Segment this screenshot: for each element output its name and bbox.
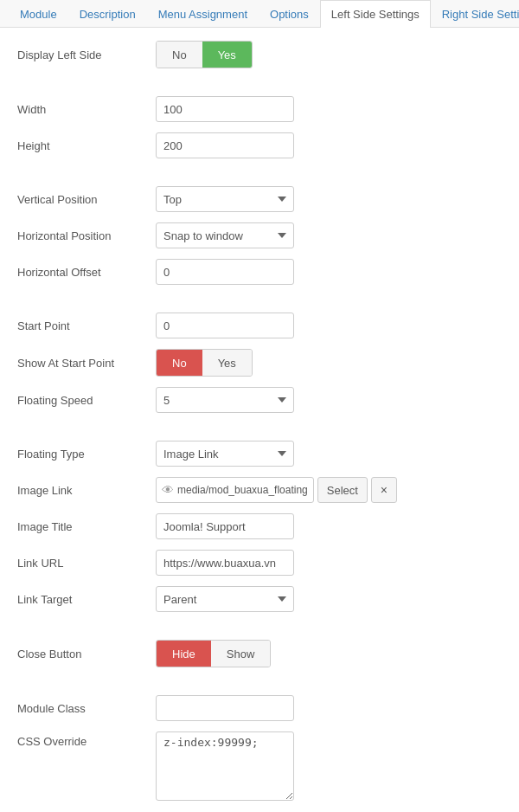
height-input[interactable] — [156, 132, 294, 158]
image-link-row: 👁 media/mod_buaxua_floating Select × — [156, 477, 397, 503]
horizontal-offset-group: Horizontal Offset — [17, 259, 502, 285]
vertical-position-label: Vertical Position — [17, 193, 156, 206]
css-override-textarea[interactable]: z-index:99999; — [156, 731, 294, 801]
start-point-label: Start Point — [17, 319, 156, 332]
module-class-label: Module Class — [17, 702, 156, 715]
show-at-start-point-yes[interactable]: Yes — [202, 350, 252, 376]
start-point-group: Start Point — [17, 313, 502, 338]
tab-description[interactable]: Description — [68, 0, 147, 28]
close-button-group: Close Button Hide Show — [17, 640, 502, 667]
floating-speed-group: Floating Speed 1234 5678 910 — [17, 387, 502, 413]
display-left-side-group: Display Left Side No Yes — [17, 41, 502, 68]
tab-right-side-settings[interactable]: Right Side Settings — [431, 0, 519, 28]
floating-speed-label: Floating Speed — [17, 394, 156, 407]
image-link-label: Image Link — [17, 484, 156, 497]
close-button-hide[interactable]: Hide — [157, 641, 211, 667]
start-point-input[interactable] — [156, 313, 294, 338]
close-button-show[interactable]: Show — [211, 641, 271, 667]
tab-module[interactable]: Module — [9, 0, 68, 28]
floating-type-select[interactable]: Image Link Text HTML — [156, 441, 294, 467]
eye-icon: 👁 — [162, 483, 174, 497]
link-url-label: Link URL — [17, 557, 156, 570]
display-left-side-yes[interactable]: Yes — [202, 42, 252, 68]
tab-options[interactable]: Options — [259, 0, 320, 28]
display-left-side-label: Display Left Side — [17, 48, 156, 61]
link-target-group: Link Target Parent _blank _self _top — [17, 586, 502, 612]
horizontal-position-select[interactable]: Snap to window Left Right — [156, 222, 294, 248]
tab-bar: Module Description Menu Assignment Optio… — [0, 0, 519, 28]
image-link-clear-button[interactable]: × — [371, 477, 397, 503]
horizontal-offset-label: Horizontal Offset — [17, 266, 156, 279]
vertical-position-select[interactable]: Top Center Bottom — [156, 186, 294, 212]
width-label: Width — [17, 103, 156, 116]
vertical-position-group: Vertical Position Top Center Bottom — [17, 186, 502, 212]
css-override-label: CSS Override — [17, 731, 156, 748]
tab-left-side-settings[interactable]: Left Side Settings — [320, 0, 431, 28]
width-group: Width — [17, 96, 502, 122]
image-link-preview: 👁 media/mod_buaxua_floating — [156, 477, 314, 503]
horizontal-position-group: Horizontal Position Snap to window Left … — [17, 222, 502, 248]
show-at-start-point-no[interactable]: No — [157, 350, 202, 376]
link-target-select[interactable]: Parent _blank _self _top — [156, 586, 294, 612]
show-at-start-point-toggle: No Yes — [156, 349, 253, 377]
display-left-side-no[interactable]: No — [157, 42, 202, 68]
image-title-group: Image Title — [17, 513, 502, 539]
image-link-path: media/mod_buaxua_floating — [177, 484, 308, 496]
image-title-label: Image Title — [17, 520, 156, 533]
floating-type-group: Floating Type Image Link Text HTML — [17, 441, 502, 467]
display-left-side-toggle: No Yes — [156, 41, 253, 68]
left-side-settings-panel: Display Left Side No Yes Width Height Ve… — [0, 28, 519, 812]
close-button-label: Close Button — [17, 648, 156, 661]
css-override-group: CSS Override z-index:99999; — [17, 731, 502, 801]
image-title-input[interactable] — [156, 513, 294, 539]
link-url-group: Link URL — [17, 550, 502, 576]
link-target-label: Link Target — [17, 593, 156, 606]
module-class-input[interactable] — [156, 695, 294, 721]
floating-type-label: Floating Type — [17, 448, 156, 461]
close-button-toggle: Hide Show — [156, 640, 271, 667]
height-label: Height — [17, 139, 156, 152]
show-at-start-point-group: Show At Start Point No Yes — [17, 349, 502, 377]
height-group: Height — [17, 132, 502, 158]
horizontal-position-label: Horizontal Position — [17, 229, 156, 242]
floating-speed-select[interactable]: 1234 5678 910 — [156, 387, 294, 413]
image-link-group: Image Link 👁 media/mod_buaxua_floating S… — [17, 477, 502, 503]
show-at-start-point-label: Show At Start Point — [17, 357, 156, 370]
tab-menu-assignment[interactable]: Menu Assignment — [147, 0, 259, 28]
image-link-select-button[interactable]: Select — [317, 477, 368, 503]
module-class-group: Module Class — [17, 695, 502, 721]
horizontal-offset-input[interactable] — [156, 259, 294, 285]
width-input[interactable] — [156, 96, 294, 122]
link-url-input[interactable] — [156, 550, 294, 576]
